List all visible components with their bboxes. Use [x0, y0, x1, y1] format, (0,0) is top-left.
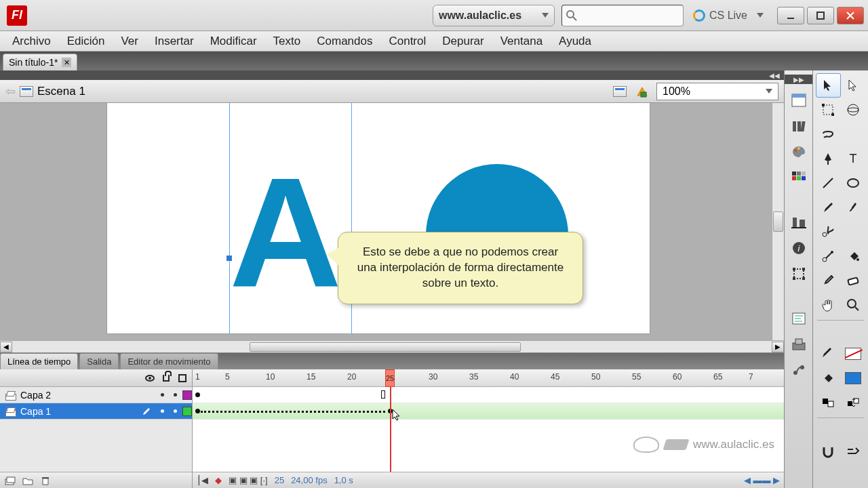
- fill-swatch[interactable]: [841, 366, 866, 390]
- time-display[interactable]: 1,0 s: [334, 475, 353, 485]
- 3d-rotation-tool[interactable]: [841, 98, 866, 122]
- new-layer-button[interactable]: [4, 475, 16, 486]
- free-transform-tool[interactable]: [816, 98, 841, 122]
- fill-color[interactable]: [816, 366, 841, 390]
- menu-texto[interactable]: Texto: [265, 32, 309, 51]
- scroll-left-icon[interactable]: ◀: [0, 342, 12, 352]
- maximize-button[interactable]: [807, 7, 834, 24]
- track-capa2[interactable]: [193, 387, 784, 403]
- new-folder-button[interactable]: [22, 475, 34, 486]
- edit-symbols-button[interactable]: [633, 84, 651, 99]
- layer-color-swatch[interactable]: [182, 407, 192, 416]
- document-tab[interactable]: Sin título-1* ✕: [3, 54, 77, 70]
- playhead[interactable]: 25: [385, 369, 395, 387]
- lasso-tool[interactable]: [816, 122, 841, 146]
- eraser-tool[interactable]: [841, 268, 866, 293]
- tab-motion-editor[interactable]: Editor de movimiento: [120, 353, 218, 369]
- current-frame[interactable]: 25: [275, 475, 284, 485]
- stroke-color[interactable]: [816, 342, 841, 366]
- options-button[interactable]: [841, 439, 866, 464]
- tab-output[interactable]: Salida: [79, 353, 119, 369]
- end-frame-icon[interactable]: [381, 390, 385, 399]
- menu-edicion[interactable]: Edición: [59, 32, 113, 51]
- rectangle-tool[interactable]: [841, 171, 866, 195]
- paint-bucket-tool[interactable]: [841, 244, 866, 268]
- swap-colors-button[interactable]: [841, 390, 866, 415]
- keyframe-icon[interactable]: [195, 409, 200, 413]
- bone-tool[interactable]: [816, 244, 841, 268]
- swatches-panel-icon[interactable]: [789, 168, 809, 187]
- menu-ver[interactable]: Ver: [113, 32, 146, 51]
- deco-tool[interactable]: [816, 220, 841, 244]
- transform-panel-icon[interactable]: [789, 264, 809, 283]
- selection-handle[interactable]: [226, 256, 232, 261]
- tab-timeline[interactable]: Línea de tiempo: [0, 353, 78, 369]
- align-panel-icon[interactable]: [789, 213, 809, 232]
- menu-ventana[interactable]: Ventana: [492, 32, 551, 51]
- visibility-header-icon[interactable]: [144, 373, 155, 384]
- layer-row-capa2[interactable]: Capa 2: [0, 387, 192, 403]
- lock-header-icon[interactable]: [161, 373, 172, 384]
- menu-insertar[interactable]: Insertar: [146, 32, 202, 51]
- close-button[interactable]: [837, 7, 864, 24]
- help-url-dropdown[interactable]: www.aulaclic.es: [433, 5, 555, 26]
- panel-collapse-strip[interactable]: ◀◀: [0, 70, 784, 80]
- black-white-button[interactable]: [816, 390, 841, 415]
- zoom-dropdown[interactable]: 100%: [656, 83, 778, 100]
- snap-option[interactable]: [816, 439, 841, 464]
- components-panel-icon[interactable]: [789, 335, 809, 354]
- back-icon[interactable]: ⇦: [5, 84, 16, 99]
- frame-ruler[interactable]: 1 5 10 15 20 30 35 40 45 50 55 60 65 7: [193, 369, 784, 387]
- subselection-tool[interactable]: [841, 73, 866, 98]
- library-panel-icon[interactable]: [789, 117, 809, 136]
- playhead-line[interactable]: [390, 387, 391, 472]
- pen-tool[interactable]: [816, 146, 841, 171]
- info-panel-icon[interactable]: i: [789, 239, 809, 258]
- line-tool[interactable]: [816, 171, 841, 195]
- shape-halfcircle[interactable]: [426, 164, 568, 235]
- keyframe-icon[interactable]: [195, 392, 200, 397]
- text-object-a[interactable]: A: [229, 171, 342, 296]
- menu-archivo[interactable]: Archivo: [4, 32, 59, 51]
- text-tool[interactable]: T: [841, 146, 866, 171]
- frames-area[interactable]: 1 5 10 15 20 30 35 40 45 50 55 60 65 7: [193, 369, 784, 488]
- minimize-button[interactable]: [777, 7, 804, 24]
- selection-tool[interactable]: [816, 73, 841, 98]
- menu-control[interactable]: Control: [380, 32, 434, 51]
- delete-layer-button[interactable]: [39, 475, 52, 486]
- hand-tool[interactable]: [816, 293, 841, 317]
- track-capa1[interactable]: [193, 403, 784, 420]
- scroll-right-icon[interactable]: ▶: [772, 342, 784, 352]
- fps-display[interactable]: 24,00 fps: [291, 475, 328, 485]
- scene-icon: [20, 86, 33, 97]
- properties-panel-icon[interactable]: [789, 91, 809, 110]
- scene-label[interactable]: Escena 1: [37, 85, 85, 98]
- cs-live-button[interactable]: CS Live: [693, 9, 764, 22]
- menu-comandos[interactable]: Comandos: [309, 32, 380, 51]
- layer-row-capa1[interactable]: Capa 1: [0, 403, 192, 420]
- stage[interactable]: A Esto se debe a que no podemos crear un…: [0, 103, 784, 340]
- edit-scene-button[interactable]: [613, 84, 631, 99]
- menu-ayuda[interactable]: Ayuda: [551, 32, 599, 51]
- menu-depurar[interactable]: Depurar: [434, 32, 492, 51]
- eyedropper-tool[interactable]: [816, 268, 841, 293]
- menu-modificar[interactable]: Modificar: [202, 32, 265, 51]
- svg-point-16: [794, 149, 797, 152]
- panel-expand-strip[interactable]: ▶▶: [785, 75, 812, 84]
- horizontal-scrollbar[interactable]: ◀ ▶: [0, 340, 784, 352]
- pencil-tool[interactable]: [816, 195, 841, 220]
- stroke-swatch[interactable]: [841, 342, 866, 366]
- color-panel-icon[interactable]: [789, 142, 809, 161]
- code-snippets-icon[interactable]: [789, 309, 809, 328]
- scroll-thumb[interactable]: [250, 342, 521, 352]
- svg-line-59: [855, 307, 859, 310]
- canvas[interactable]: A Esto se debe a que no podemos crear un…: [107, 103, 650, 333]
- outline-header-icon[interactable]: [177, 373, 188, 384]
- motion-presets-icon[interactable]: [789, 361, 809, 380]
- zoom-tool[interactable]: [841, 293, 866, 317]
- close-tab-icon[interactable]: ✕: [62, 58, 71, 67]
- layer-color-swatch[interactable]: [182, 390, 192, 400]
- search-input[interactable]: [561, 5, 684, 26]
- brush-tool[interactable]: [841, 195, 866, 220]
- vertical-scrollbar[interactable]: [772, 103, 784, 340]
